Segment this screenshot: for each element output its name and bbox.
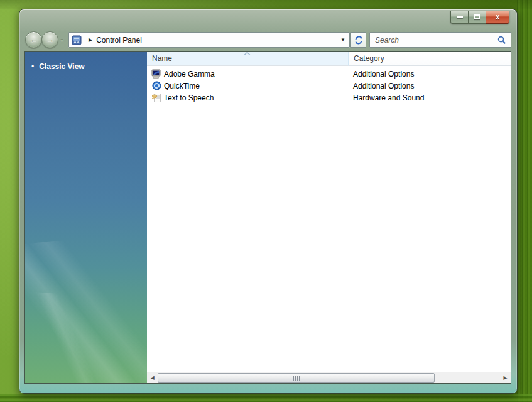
list-item-name-cell: Text to Speech [147,93,349,103]
items-list-pane: Name Category [147,52,511,383]
address-bar[interactable]: ▶ Control Panel ▼ [68,32,350,48]
scrollbar-thumb[interactable] [158,373,435,383]
item-category: Additional Options [349,70,511,79]
back-button[interactable]: ← [25,31,42,48]
maximize-icon [474,14,480,19]
sidebar-item-classic-view[interactable]: • Classic View [25,52,147,71]
wallpaper-leaf-texture [517,0,532,402]
search-box [369,32,511,48]
scroll-right-button[interactable]: ▶ [500,372,511,383]
wallpaper-shade-top [0,0,532,9]
sidebar-item-label: Classic View [39,62,85,71]
nav-buttons: ← → ▼ [25,31,67,48]
scroll-left-button[interactable]: ◀ [147,372,158,383]
address-dropdown-icon[interactable]: ▼ [340,37,345,43]
item-name: Adobe Gamma [164,70,215,79]
maximize-button[interactable] [468,11,486,24]
item-category: Additional Options [349,82,511,90]
column-header-name[interactable]: Name [147,52,349,66]
bullet-icon: • [31,62,34,71]
control-panel-icon [72,35,82,45]
list-item-quicktime[interactable]: QuickTime Additional Options [147,80,511,92]
list-item-name-cell: Adobe Gamma [147,69,349,79]
breadcrumb-arrow-icon[interactable]: ▶ [89,37,92,43]
forward-arrow-icon: → [46,35,54,45]
column-separator [349,66,349,372]
item-category: Hardware and Sound [349,94,511,102]
forward-button[interactable]: → [41,31,58,48]
minimize-icon [457,16,463,18]
tasks-sidebar: • Classic View [25,52,147,383]
adobe-gamma-monitor-icon [151,69,161,79]
scrollbar-track[interactable] [158,372,500,383]
item-name: QuickTime [164,82,200,90]
minimize-button[interactable] [450,11,469,24]
quicktime-icon [151,81,161,91]
breadcrumb-location[interactable]: Control Panel [96,36,142,45]
refresh-button[interactable] [350,32,366,48]
list-item-adobe-gamma[interactable]: Adobe Gamma Additional Options [147,68,511,80]
text-to-speech-icon [151,93,161,103]
item-name: Text to Speech [164,94,214,102]
list-item-name-cell: QuickTime [147,81,349,91]
column-header-category[interactable]: Category [349,52,511,66]
close-icon: x [496,13,500,21]
back-arrow-icon: ← [30,35,38,45]
close-button[interactable]: x [486,11,509,24]
scrollbar-grip-icon [293,376,300,381]
window-content: • Classic View Name Category [24,51,511,384]
sort-ascending-icon [244,52,251,55]
horizontal-scrollbar: ◀ ▶ [147,372,511,383]
search-input[interactable] [370,36,497,45]
column-header-name-label: Name [152,54,172,63]
column-headers: Name Category [147,52,511,66]
refresh-icon [354,36,363,45]
explorer-window: x ← → ▼ [19,9,518,394]
column-header-category-label: Category [354,54,384,63]
navigation-toolbar: ← → ▼ ▶ Control Pan [24,30,511,50]
window-controls: x [450,11,509,24]
search-icon[interactable] [497,36,506,45]
desktop-wallpaper: x ← → ▼ [0,0,532,402]
recent-pages-dropdown[interactable]: ▼ [60,38,64,42]
wallpaper-leaf-texture-bottom [0,394,532,402]
list-item-text-to-speech[interactable]: Text to Speech Hardware and Sound [147,92,511,104]
list-body: Adobe Gamma Additional Options [147,66,511,372]
